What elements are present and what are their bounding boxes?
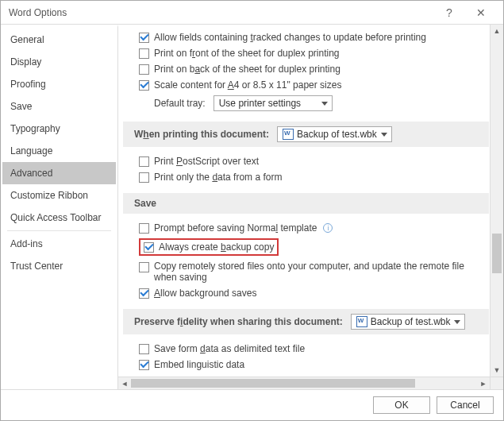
label-scale-content: Scale content for A4 or 8.5 x 11" paper …: [154, 79, 341, 91]
scroll-corner: [490, 377, 503, 389]
label-prompt-normal: Prompt before saving Normal template: [154, 222, 317, 234]
vertical-scrollbar[interactable]: ▲ ▼: [490, 25, 503, 377]
row-default-tray: Default tray: Use printer settings: [123, 93, 489, 114]
checkbox-allow-bg[interactable]: [139, 288, 149, 299]
close-button[interactable]: ✕: [465, 2, 497, 24]
label-allow-bg: Allow background saves: [154, 288, 256, 299]
label-backup-copy: Always create backup copy: [159, 241, 274, 253]
sidebar-item-customize-ribbon[interactable]: Customize Ribbon: [2, 184, 116, 207]
highlight-backup-copy: Always create backup copy: [139, 238, 279, 256]
sidebar: General Display Proofing Save Typography…: [1, 25, 118, 389]
info-icon[interactable]: i: [323, 223, 333, 233]
label-save-form-data: Save form data as delimited text file: [154, 343, 305, 354]
label-default-tray: Default tray:: [154, 98, 206, 109]
dialog-footer: OK Cancel: [1, 390, 503, 420]
section-save: Save: [123, 193, 489, 214]
label-data-form: Print only the data from a form: [154, 172, 282, 183]
section-when-printing-label: When printing this document:: [134, 129, 269, 140]
opt-embed-linguistic: Embed linguistic data: [123, 357, 489, 373]
checkbox-scale-content[interactable]: [139, 80, 149, 91]
sidebar-item-quick-access[interactable]: Quick Access Toolbar: [2, 207, 116, 229]
opt-data-form: Print only the data from a form: [123, 169, 489, 185]
opt-copy-remote: Copy remotely stored files onto your com…: [123, 258, 489, 285]
checkbox-backup-copy[interactable]: [144, 242, 154, 253]
checkbox-save-form-data[interactable]: [139, 344, 149, 354]
checkbox-copy-remote[interactable]: [139, 262, 149, 272]
dropdown-fidelity-document[interactable]: Backup of test.wbk: [351, 314, 466, 330]
scroll-down-arrow-icon[interactable]: ▼: [491, 364, 503, 377]
dropdown-default-tray-value: Use printer settings: [219, 98, 301, 109]
vscroll-thumb[interactable]: [492, 234, 502, 273]
hscroll-track[interactable]: [131, 377, 477, 389]
sidebar-item-advanced[interactable]: Advanced: [2, 162, 116, 184]
dropdown-print-document[interactable]: Backup of test.wbk: [277, 126, 392, 142]
titlebar: Word Options ? ✕: [1, 1, 503, 25]
content-scroll: Allow fields containing tracked changes …: [118, 25, 503, 389]
section-fidelity: Preserve fidelity when sharing this docu…: [123, 309, 489, 334]
opt-postscript: Print PostScript over text: [123, 153, 489, 169]
section-save-label: Save: [134, 198, 156, 209]
word-doc-icon: [283, 129, 294, 140]
dropdown-default-tray[interactable]: Use printer settings: [214, 95, 333, 111]
sidebar-divider: [7, 230, 111, 231]
section-fidelity-label: Preserve fidelity when sharing this docu…: [134, 316, 343, 327]
word-options-dialog: Word Options ? ✕ General Display Proofin…: [0, 0, 504, 421]
label-allow-tracked: Allow fields containing tracked changes …: [154, 32, 426, 43]
label-copy-remote: Copy remotely stored files onto your com…: [154, 261, 471, 283]
opt-backup-copy: Always create backup copy: [123, 236, 489, 258]
sidebar-item-typography[interactable]: Typography: [2, 118, 116, 140]
dropdown-fidelity-document-value: Backup of test.wbk: [371, 316, 451, 327]
cancel-button[interactable]: Cancel: [437, 396, 494, 414]
scroll-left-arrow-icon[interactable]: ◄: [118, 377, 131, 389]
checkbox-data-form[interactable]: [139, 172, 149, 183]
checkbox-postscript[interactable]: [139, 156, 149, 167]
label-print-back: Print on back of the sheet for duplex pr…: [154, 64, 340, 75]
checkbox-print-back[interactable]: [139, 64, 149, 75]
ok-button[interactable]: OK: [373, 396, 430, 414]
scroll-right-arrow-icon[interactable]: ►: [477, 377, 490, 389]
sidebar-item-trust-center[interactable]: Trust Center: [2, 255, 116, 277]
scroll-up-arrow-icon[interactable]: ▲: [491, 25, 503, 37]
vscroll-track[interactable]: [491, 37, 503, 364]
label-embed-linguistic: Embed linguistic data: [154, 359, 244, 370]
horizontal-scrollbar[interactable]: ◄ ►: [118, 377, 490, 389]
dialog-body: General Display Proofing Save Typography…: [1, 25, 503, 390]
section-when-printing: When printing this document: Backup of t…: [123, 122, 489, 147]
window-title: Word Options: [9, 7, 433, 18]
opt-allow-bg: Allow background saves: [123, 285, 489, 301]
checkbox-embed-linguistic[interactable]: [139, 360, 149, 370]
sidebar-item-general[interactable]: General: [2, 29, 116, 51]
help-button[interactable]: ?: [433, 2, 465, 24]
word-doc-icon: [356, 316, 367, 327]
dropdown-print-document-value: Backup of test.wbk: [297, 129, 377, 140]
sidebar-item-add-ins[interactable]: Add-ins: [2, 233, 116, 255]
checkbox-prompt-normal[interactable]: [139, 223, 149, 234]
sidebar-item-proofing[interactable]: Proofing: [2, 73, 116, 95]
checkbox-allow-tracked[interactable]: [139, 33, 149, 43]
sidebar-item-display[interactable]: Display: [2, 51, 116, 73]
opt-prompt-normal: Prompt before saving Normal template i: [123, 220, 489, 236]
label-postscript: Print PostScript over text: [154, 156, 259, 167]
opt-print-back: Print on back of the sheet for duplex pr…: [123, 61, 489, 77]
opt-print-front: Print on front of the sheet for duplex p…: [123, 45, 489, 61]
opt-scale-content: Scale content for A4 or 8.5 x 11" paper …: [123, 77, 489, 93]
opt-allow-tracked: Allow fields containing tracked changes …: [123, 29, 489, 45]
hscroll-thumb[interactable]: [131, 379, 415, 388]
label-print-front: Print on front of the sheet for duplex p…: [154, 48, 339, 59]
scroll-viewport: Allow fields containing tracked changes …: [123, 25, 489, 377]
sidebar-item-save[interactable]: Save: [2, 95, 116, 118]
content-area: Allow fields containing tracked changes …: [118, 25, 503, 389]
sidebar-item-language[interactable]: Language: [2, 140, 116, 162]
checkbox-print-front[interactable]: [139, 48, 149, 59]
opt-save-form-data: Save form data as delimited text file: [123, 341, 489, 357]
